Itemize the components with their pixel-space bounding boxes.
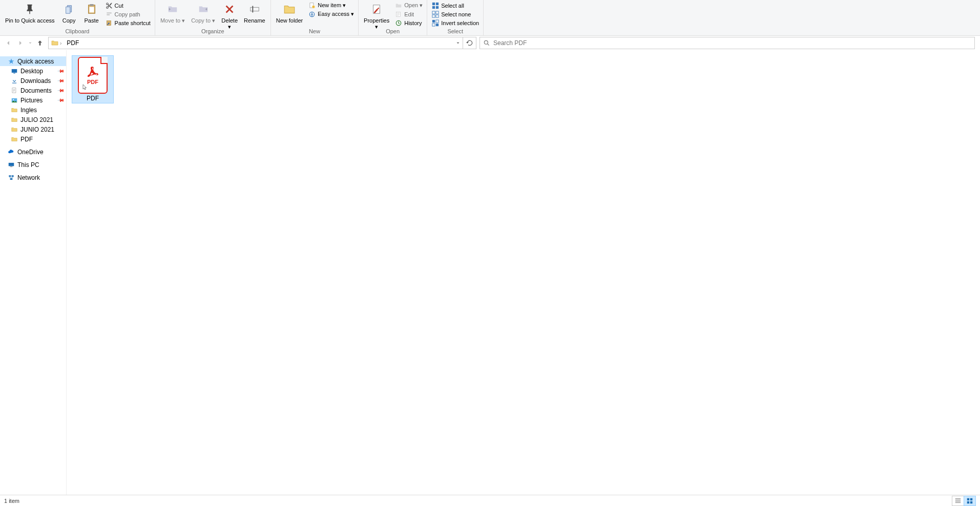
invert-selection-button[interactable]: Invert selection xyxy=(429,18,481,27)
open-button[interactable]: Open ▾ xyxy=(392,1,425,10)
nav-pictures-label: Pictures xyxy=(20,97,43,104)
copy-to-icon xyxy=(195,1,212,17)
easy-access-button[interactable]: Easy access ▾ xyxy=(306,10,356,18)
nav-ingles[interactable]: Ingles xyxy=(0,105,66,115)
folder-icon xyxy=(10,106,18,114)
ribbon: Pin to Quick access Copy Paste Cut Copy … xyxy=(0,0,980,36)
nav-julio[interactable]: JULIO 2021 xyxy=(0,115,66,124)
nav-quick-access[interactable]: Quick access xyxy=(0,56,66,66)
paste-button[interactable]: Paste xyxy=(80,0,103,24)
svg-rect-18 xyxy=(436,6,439,8)
search-box[interactable] xyxy=(479,37,975,49)
folder-icon xyxy=(10,125,18,134)
pin-quick-access-button[interactable]: Pin to Quick access xyxy=(2,0,58,24)
pin-icon: 📌 xyxy=(57,67,65,75)
back-button[interactable] xyxy=(2,37,14,49)
new-item-button[interactable]: New item ▾ xyxy=(306,1,356,10)
invert-selection-label: Invert selection xyxy=(441,20,479,26)
svg-rect-20 xyxy=(436,11,439,13)
address-dropdown-button[interactable] xyxy=(453,40,463,46)
copy-to-button[interactable]: Copy to ▾ xyxy=(188,0,218,24)
nav-downloads[interactable]: Downloads 📌 xyxy=(0,76,66,86)
select-none-button[interactable]: Select none xyxy=(429,10,481,18)
svg-point-34 xyxy=(13,99,14,100)
select-all-button[interactable]: Select all xyxy=(429,1,481,10)
rename-button[interactable]: Rename xyxy=(241,0,268,24)
svg-rect-6 xyxy=(251,7,259,11)
nav-junio[interactable]: JUNIO 2021 xyxy=(0,124,66,134)
recent-locations-button[interactable] xyxy=(27,37,34,49)
svg-rect-23 xyxy=(432,19,435,22)
search-icon xyxy=(483,39,491,47)
new-item-icon xyxy=(308,2,316,10)
svg-rect-43 xyxy=(970,501,972,503)
content-area[interactable]: PDF PDF xyxy=(67,50,980,495)
delete-icon xyxy=(221,1,238,17)
svg-rect-31 xyxy=(12,82,16,83)
address-bar[interactable]: › PDF xyxy=(48,37,463,49)
history-label: History xyxy=(404,20,422,26)
move-to-label: Move to ▾ xyxy=(160,17,185,24)
search-input[interactable] xyxy=(493,39,971,47)
cursor-icon xyxy=(82,83,88,91)
nav-documents-label: Documents xyxy=(20,87,52,94)
up-button[interactable] xyxy=(34,37,46,49)
paste-shortcut-button[interactable]: Paste shortcut xyxy=(103,18,153,27)
nav-this-pc[interactable]: This PC xyxy=(0,160,66,170)
easy-access-label: Easy access ▾ xyxy=(318,11,354,17)
nav-onedrive[interactable]: OneDrive xyxy=(0,147,66,157)
svg-rect-38 xyxy=(12,175,14,177)
status-bar: 1 item xyxy=(0,495,980,506)
new-folder-button[interactable]: New folder xyxy=(273,0,306,24)
edit-button[interactable]: Edit xyxy=(392,10,425,18)
svg-rect-40 xyxy=(967,498,969,500)
cut-icon xyxy=(105,2,113,10)
breadcrumb-current[interactable]: PDF xyxy=(65,39,81,47)
svg-rect-35 xyxy=(9,162,14,165)
properties-button[interactable]: Properties▾ xyxy=(361,0,392,30)
this-pc-icon xyxy=(7,161,15,169)
cut-button[interactable]: Cut xyxy=(103,1,153,10)
nav-network[interactable]: Network xyxy=(0,173,66,182)
svg-rect-3 xyxy=(107,12,111,13)
ribbon-group-new: New folder New item ▾ Easy access ▾ New xyxy=(271,0,359,35)
nav-desktop[interactable]: Desktop 📌 xyxy=(0,66,66,76)
copy-path-button[interactable]: Copy path xyxy=(103,10,153,18)
history-icon xyxy=(394,19,403,27)
view-large-icons-button[interactable] xyxy=(964,496,976,506)
copy-button[interactable]: Copy xyxy=(58,0,80,24)
status-item-count: 1 item xyxy=(4,498,19,504)
nav-pdf[interactable]: PDF xyxy=(0,134,66,144)
svg-rect-29 xyxy=(12,69,17,72)
svg-rect-36 xyxy=(10,166,13,166)
open-group-label: Open xyxy=(361,28,425,35)
pdf-badge-text: PDF xyxy=(87,79,98,85)
pin-icon: 📌 xyxy=(57,87,65,94)
address-bar-row: › PDF xyxy=(0,36,980,50)
svg-rect-24 xyxy=(436,19,439,22)
edit-icon xyxy=(394,10,403,18)
svg-rect-2 xyxy=(89,7,94,12)
refresh-button[interactable] xyxy=(463,37,476,49)
paste-icon xyxy=(84,1,100,17)
nav-quick-access-label: Quick access xyxy=(17,58,54,65)
nav-ingles-label: Ingles xyxy=(20,107,37,114)
select-none-icon xyxy=(431,10,440,18)
pin-label: Pin to Quick access xyxy=(5,17,55,24)
new-item-label: New item ▾ xyxy=(318,2,346,9)
svg-rect-19 xyxy=(432,11,435,13)
nav-pictures[interactable]: Pictures 📌 xyxy=(0,95,66,105)
forward-button[interactable] xyxy=(14,37,27,49)
view-details-button[interactable] xyxy=(952,496,964,506)
delete-button[interactable]: Delete▾ xyxy=(218,0,241,30)
history-button[interactable]: History xyxy=(392,18,425,27)
nav-documents[interactable]: Documents 📌 xyxy=(0,86,66,95)
pin-icon: 📌 xyxy=(57,77,65,85)
folder-icon xyxy=(10,135,18,143)
pictures-icon xyxy=(10,96,18,104)
copy-label: Copy xyxy=(62,17,76,24)
nav-desktop-label: Desktop xyxy=(20,68,43,75)
file-item-pdf[interactable]: PDF PDF xyxy=(72,55,114,103)
move-to-button[interactable]: Move to ▾ xyxy=(157,0,188,24)
copy-to-label: Copy to ▾ xyxy=(191,17,215,24)
